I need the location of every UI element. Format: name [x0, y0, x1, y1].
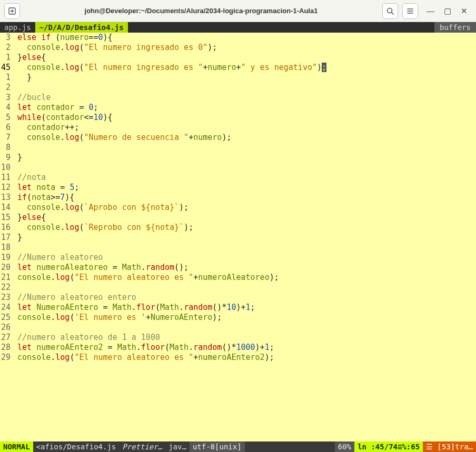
line-content: console.log(`Aprobo con ${nota}`);: [13, 203, 189, 213]
line-content: console.log("Numero de secuencia "+numer…: [13, 133, 231, 143]
code-line[interactable]: 9 }: [0, 153, 476, 163]
status-lang: jav…: [165, 441, 190, 452]
line-content: [13, 283, 17, 293]
code-line[interactable]: 4 let contador = 0;: [0, 103, 476, 113]
line-content: if(nota>=7){: [13, 193, 74, 203]
line-number: 12: [0, 183, 13, 193]
maximize-button[interactable]: ▢: [444, 6, 451, 16]
line-content: while(contador<=10){: [13, 113, 113, 123]
code-line[interactable]: 12 let nota = 5;: [0, 183, 476, 193]
close-button[interactable]: ✕: [461, 6, 468, 16]
code-line[interactable]: 29 console.log("El numero aleatoreo es "…: [0, 353, 476, 363]
line-number: 26: [0, 323, 13, 333]
new-tab-button[interactable]: [4, 3, 20, 19]
line-content: }else{: [13, 53, 46, 63]
line-number: 2: [0, 43, 13, 53]
status-percent: 60%: [335, 441, 354, 452]
line-content: }else{: [13, 213, 46, 223]
code-line[interactable]: 19 //Numero aleatoreo: [0, 253, 476, 263]
line-content: let NumeroAEntero = Math.flor(Math.rando…: [13, 303, 255, 313]
tab-desafio4-js[interactable]: ~/D/A/D/Desafio4.js: [35, 22, 128, 33]
plus-icon: [8, 7, 16, 15]
line-number: 29: [0, 353, 13, 363]
line-number: 20: [0, 263, 13, 273]
line-content: }: [13, 233, 22, 243]
code-line[interactable]: 8: [0, 143, 476, 153]
line-number: 3: [0, 33, 13, 43]
code-line[interactable]: 24 let NumeroAEntero = Math.flor(Math.ra…: [0, 303, 476, 313]
line-content: let numeroAleatoreo = Math.random();: [13, 263, 189, 273]
line-content: //bucle: [13, 93, 55, 103]
window-title: john@Developer:~/Documents/Alura/2034-lo…: [24, 7, 378, 15]
window-controls: — ▢ ✕: [422, 6, 472, 16]
code-line[interactable]: 1 }else{: [0, 53, 476, 63]
line-number: 9: [0, 153, 13, 163]
code-line[interactable]: 20 let numeroAleatoreo = Math.random();: [0, 263, 476, 273]
code-line[interactable]: 7 console.log("Numero de secuencia "+num…: [0, 133, 476, 143]
line-content: console.log("El numero aleatoreo es "+nu…: [13, 353, 274, 363]
menu-button[interactable]: [402, 3, 418, 19]
line-content: }: [13, 153, 22, 163]
line-content: //Numero aleatoreo entero: [13, 293, 136, 303]
code-area[interactable]: 3 else if (numero==0){2 console.log("El …: [0, 33, 476, 441]
statusbar: NORMAL <afios/Desafio4.js Prettier… jav……: [0, 441, 476, 452]
search-icon: [386, 7, 394, 15]
code-line[interactable]: 23 //Numero aleatoreo entero: [0, 293, 476, 303]
tab-app-js[interactable]: app.js: [0, 22, 35, 33]
line-number: 16: [0, 223, 13, 233]
line-content: console.log("El numero ingresado es 0");: [13, 43, 217, 53]
line-number: 17: [0, 233, 13, 243]
code-line[interactable]: 2: [0, 83, 476, 93]
code-line[interactable]: 11 //nota: [0, 173, 476, 183]
line-number: 23: [0, 293, 13, 303]
line-content: console.log("El numero aleatoreo es "+nu…: [13, 273, 279, 283]
code-line[interactable]: 27 //numero aleatoreo de 1 a 1000: [0, 333, 476, 343]
line-number: 1: [0, 73, 13, 83]
code-line[interactable]: 15 }else{: [0, 213, 476, 223]
buffer-tabbar: app.js ~/D/A/D/Desafio4.js buffers: [0, 22, 476, 33]
minimize-button[interactable]: —: [427, 6, 434, 16]
status-spacer: [245, 441, 335, 452]
editor-pane[interactable]: 3 else if (numero==0){2 console.log("El …: [0, 33, 476, 441]
code-line[interactable]: 45 console.log("El numero ingresado es "…: [0, 63, 476, 73]
code-line[interactable]: 25 console.log('El numero es '+NumeroAEn…: [0, 313, 476, 323]
line-number: 22: [0, 283, 13, 293]
code-line[interactable]: 3 else if (numero==0){: [0, 33, 476, 43]
code-line[interactable]: 13 if(nota>=7){: [0, 193, 476, 203]
code-line[interactable]: 22: [0, 283, 476, 293]
code-line[interactable]: 16 console.log(`Reprobo con ${nota}`);: [0, 223, 476, 233]
line-number: 25: [0, 313, 13, 323]
line-content: [13, 243, 17, 253]
code-line[interactable]: 18: [0, 243, 476, 253]
code-line[interactable]: 21 console.log("El numero aleatoreo es "…: [0, 273, 476, 283]
code-line[interactable]: 14 console.log(`Aprobo con ${nota}`);: [0, 203, 476, 213]
line-content: else if (numero==0){: [13, 33, 113, 43]
line-content: //nota: [13, 173, 46, 183]
status-prettier: Prettier…: [119, 441, 165, 452]
line-content: [13, 323, 17, 333]
line-number: 14: [0, 203, 13, 213]
line-number: 45: [0, 63, 13, 73]
code-line[interactable]: 10: [0, 163, 476, 173]
search-button[interactable]: [382, 3, 398, 19]
status-encoding: utf-8[unix]: [190, 441, 245, 452]
line-number: 27: [0, 333, 13, 343]
line-number: 18: [0, 243, 13, 253]
code-line[interactable]: 5 while(contador<=10){: [0, 113, 476, 123]
code-line[interactable]: 17 }: [0, 233, 476, 243]
code-line[interactable]: 28 let numeroAEntero2 = Math.floor(Math.…: [0, 343, 476, 353]
line-content: [13, 163, 17, 173]
status-position: ln :45/74≡%:65: [354, 441, 423, 452]
status-file: <afios/Desafio4.js: [33, 441, 120, 452]
line-content: }: [13, 73, 32, 83]
code-line[interactable]: 6 contador++;: [0, 123, 476, 133]
code-line[interactable]: 26: [0, 323, 476, 333]
code-line[interactable]: 3 //bucle: [0, 93, 476, 103]
buffers-indicator[interactable]: buffers: [434, 22, 476, 33]
line-number: 28: [0, 343, 13, 353]
code-line[interactable]: 1 }: [0, 73, 476, 83]
window-titlebar: john@Developer:~/Documents/Alura/2034-lo…: [0, 0, 476, 22]
line-number: 13: [0, 193, 13, 203]
line-number: 15: [0, 213, 13, 223]
code-line[interactable]: 2 console.log("El numero ingresado es 0"…: [0, 43, 476, 53]
